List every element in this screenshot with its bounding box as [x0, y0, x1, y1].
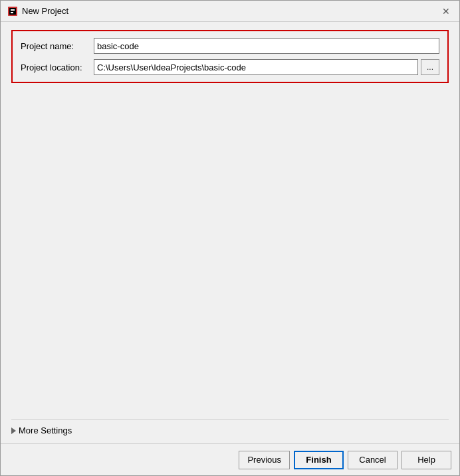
project-location-row: Project location: ... [21, 59, 439, 75]
project-location-input[interactable] [94, 59, 418, 75]
project-name-input[interactable] [94, 38, 439, 54]
more-settings-arrow-icon [11, 427, 16, 434]
title-bar-left: New Project [7, 6, 68, 17]
more-settings[interactable]: More Settings [11, 419, 449, 435]
project-location-label: Project location: [21, 62, 94, 72]
content-area [11, 88, 449, 419]
project-name-label: Project name: [21, 41, 94, 51]
previous-button[interactable]: Previous [239, 451, 290, 469]
dialog-title: New Project [22, 6, 68, 16]
browse-button[interactable]: ... [421, 59, 439, 75]
cancel-button[interactable]: Cancel [348, 451, 398, 469]
svg-rect-3 [11, 12, 13, 13]
help-button[interactable]: Help [402, 451, 451, 469]
svg-rect-2 [11, 9, 15, 11]
dialog-body: Project name: Project location: ... More… [1, 22, 459, 443]
new-project-dialog: New Project ✕ Project name: Project loca… [0, 0, 460, 476]
dialog-icon [7, 6, 18, 17]
form-section: Project name: Project location: ... [11, 30, 449, 83]
more-settings-label: More Settings [19, 425, 72, 435]
title-bar: New Project ✕ [1, 1, 459, 22]
project-name-row: Project name: [21, 38, 439, 54]
dialog-footer: Previous Finish Cancel Help [1, 443, 459, 475]
finish-button[interactable]: Finish [294, 451, 344, 469]
close-button[interactable]: ✕ [439, 5, 453, 18]
svg-rect-1 [9, 8, 16, 15]
